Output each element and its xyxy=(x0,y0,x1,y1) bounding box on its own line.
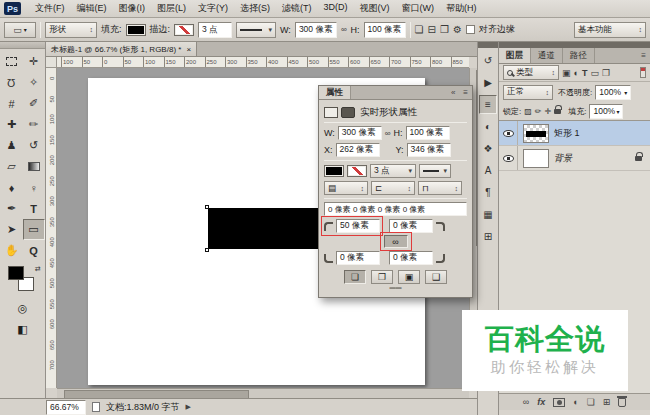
close-tab-icon[interactable]: × xyxy=(186,45,191,54)
layer-name[interactable]: 背景 xyxy=(554,152,572,165)
info-panel-icon[interactable]: ⊞ xyxy=(479,227,497,246)
panel-resize-grip[interactable]: ▬▬ xyxy=(324,284,467,290)
quick-selection-tool[interactable]: ✧ xyxy=(23,72,45,93)
fill-opacity-field[interactable]: 100%▾ xyxy=(589,104,623,119)
lock-transparency-icon[interactable]: ▨ xyxy=(524,107,532,116)
brush-tool[interactable]: ✏ xyxy=(23,114,45,135)
panel-menu-icon[interactable]: ≡ xyxy=(637,48,650,63)
radius-topleft-field[interactable]: 50 像素 xyxy=(336,219,380,233)
styles-panel-icon[interactable]: ❖ xyxy=(479,139,497,158)
shape-w-field[interactable]: 300 像素 xyxy=(338,126,382,140)
shape-stroke-type-select[interactable]: ▾ xyxy=(419,164,451,178)
tool-preset-picker[interactable]: ▭ ▾ xyxy=(4,22,36,38)
link-wh-icon[interactable]: ∞ xyxy=(385,129,391,138)
menu-item[interactable]: 滤镜(T) xyxy=(276,2,318,15)
panel-menu-icon[interactable]: ≡ xyxy=(459,86,472,99)
radius-bottomleft-field[interactable]: 0 像素 xyxy=(336,251,380,265)
add-mask-button[interactable] xyxy=(553,398,565,407)
crop-tool[interactable]: # xyxy=(1,93,23,114)
fill-swatch[interactable] xyxy=(126,24,146,36)
anchor-handle-bottomleft[interactable] xyxy=(205,248,209,252)
path-operations-icon[interactable]: ❏ xyxy=(415,24,424,35)
tab-layers[interactable]: 图层 xyxy=(499,48,531,63)
adjustments-panel-icon[interactable]: ◐ xyxy=(479,117,497,136)
link-layers-button[interactable]: ∞ xyxy=(523,397,529,407)
dodge-tool[interactable]: ♀ xyxy=(23,177,45,198)
align-edges-checkbox[interactable] xyxy=(466,25,475,34)
document-tab[interactable]: 未标题-1 @ 66.7% (矩形 1, RGB/8) * × xyxy=(46,42,197,56)
lock-pixels-icon[interactable]: ✏ xyxy=(535,107,542,116)
status-menu-arrow-icon[interactable]: ▶ xyxy=(186,403,191,411)
menu-item[interactable]: 视图(V) xyxy=(354,2,396,15)
rectangular-marquee-tool[interactable] xyxy=(1,51,23,72)
move-tool[interactable]: ✛ xyxy=(23,51,45,72)
menu-item[interactable]: 文件(F) xyxy=(29,2,71,15)
anchor-handle-topleft[interactable] xyxy=(205,205,209,209)
eraser-tool[interactable]: ▱ xyxy=(1,156,23,177)
stroke-type-select[interactable]: ▾ xyxy=(236,22,276,38)
filter-type-icon[interactable]: T xyxy=(582,68,588,78)
filter-smartobject-icon[interactable]: ❐ xyxy=(602,68,610,78)
collapse-panel-icon[interactable]: « xyxy=(447,86,459,99)
visibility-toggle[interactable] xyxy=(499,146,518,170)
geometry-settings-icon[interactable]: ⚙ xyxy=(453,24,462,35)
shape-y-field[interactable]: 346 像素 xyxy=(407,143,451,157)
layer-row-background[interactable]: 背景 xyxy=(499,146,650,171)
quick-mask-button[interactable]: ◎ xyxy=(12,298,34,318)
pen-tool[interactable]: ✒ xyxy=(1,198,23,219)
rectangle-tool[interactable]: ▭ xyxy=(23,219,45,240)
path-alignment-icon[interactable]: ⊟ xyxy=(428,24,436,35)
radius-topright-field[interactable]: 0 像素 xyxy=(389,219,433,233)
shape-x-field[interactable]: 262 像素 xyxy=(336,143,380,157)
tools-panel-grip[interactable] xyxy=(0,42,45,49)
shape-stroke-width-select[interactable]: 3 点▾ xyxy=(370,164,416,178)
intersect-shape-button[interactable]: ▣ xyxy=(398,270,420,284)
visibility-toggle[interactable] xyxy=(499,121,518,145)
lasso-tool[interactable]: Ω xyxy=(1,72,23,93)
layer-row-rectangle[interactable]: 矩形 1 xyxy=(499,121,650,146)
eyedropper-tool[interactable]: ✐ xyxy=(23,93,45,114)
ruler-origin-corner[interactable] xyxy=(46,57,57,68)
history-panel-icon[interactable]: ↺ xyxy=(479,51,497,70)
stroke-cap-select[interactable]: ⊏↕ xyxy=(371,181,415,195)
filter-pixel-icon[interactable]: ▣ xyxy=(562,68,571,78)
history-brush-tool[interactable]: ↺ xyxy=(23,135,45,156)
workspace-select[interactable]: 基本功能↕ xyxy=(574,22,646,38)
clone-stamp-tool[interactable]: ♟ xyxy=(1,135,23,156)
foreground-color-swatch[interactable] xyxy=(8,266,24,280)
swap-colors-icon[interactable]: ⇄ xyxy=(35,265,41,273)
screen-mode-button[interactable]: ◧ xyxy=(12,319,34,339)
stroke-width-field[interactable]: 3 点 xyxy=(198,22,232,38)
exclude-shape-button[interactable]: ❑ xyxy=(425,270,447,284)
layer-style-button[interactable]: fx xyxy=(537,397,545,407)
filter-shape-icon[interactable]: ▭ xyxy=(590,68,599,78)
lock-all-icon[interactable] xyxy=(554,109,561,114)
menu-item[interactable]: 图层(L) xyxy=(151,2,192,15)
menu-item[interactable]: 图像(I) xyxy=(113,2,152,15)
menu-item[interactable]: 选择(S) xyxy=(234,2,276,15)
tab-channels[interactable]: 通道 xyxy=(531,48,563,63)
filter-adjustment-icon[interactable]: ◐ xyxy=(574,68,579,78)
radius-bottomright-field[interactable]: 0 像素 xyxy=(389,251,433,265)
new-group-button[interactable]: ❏ xyxy=(587,397,595,407)
hand-tool[interactable]: ✋ xyxy=(1,240,23,261)
character-panel-icon[interactable]: A xyxy=(479,161,497,180)
link-corner-radii-button[interactable]: ∞ xyxy=(384,235,408,248)
filter-toggle-icon[interactable] xyxy=(640,67,646,78)
layer-thumbnail[interactable] xyxy=(523,124,549,143)
combine-shapes-button[interactable]: ❏ xyxy=(344,270,366,284)
shape-width-field[interactable]: 300 像素 xyxy=(295,22,337,38)
shape-h-field[interactable]: 100 像素 xyxy=(406,126,450,140)
paragraph-panel-icon[interactable]: ¶ xyxy=(479,183,497,202)
blend-mode-select[interactable]: 正常↕ xyxy=(503,85,553,100)
new-layer-button[interactable]: ⊞ xyxy=(603,397,611,407)
adjustment-layer-button[interactable]: ◐ xyxy=(573,397,578,407)
zoom-level-field[interactable]: 66.67% xyxy=(46,400,86,415)
actions-panel-icon[interactable]: ▶ xyxy=(479,73,497,92)
tool-mode-select[interactable]: 形状↕ xyxy=(45,22,97,38)
stroke-align-select[interactable]: ▤↕ xyxy=(324,181,368,195)
delete-layer-button[interactable] xyxy=(618,398,626,407)
menu-item[interactable]: 文字(Y) xyxy=(192,2,234,15)
mask-properties-icon[interactable] xyxy=(341,107,355,118)
healing-brush-tool[interactable]: ✚ xyxy=(1,114,23,135)
